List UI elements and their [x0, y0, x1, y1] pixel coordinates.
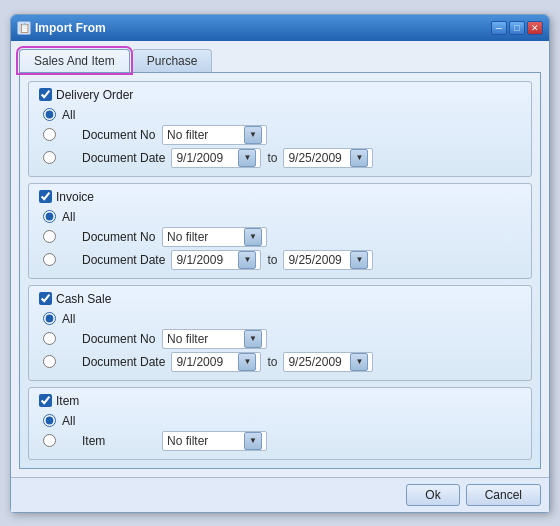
tab-sales-and-item[interactable]: Sales And Item — [19, 49, 130, 72]
cash-sale-rows: All Document No No filter ▼ Document Dat… — [39, 312, 521, 372]
cash-sale-docno-label: Document No — [62, 332, 156, 346]
cash-sale-docno-arrow: ▼ — [244, 330, 262, 348]
invoice-docno-select[interactable]: No filter ▼ — [162, 227, 267, 247]
item-filter-radio[interactable] — [43, 434, 56, 447]
invoice-all-radio[interactable] — [43, 210, 56, 223]
tab-content: Delivery Order All Document No No filter… — [19, 72, 541, 469]
title-buttons: ─ □ ✕ — [491, 21, 543, 35]
invoice-date-label: Document Date — [62, 253, 165, 267]
item-filter-select[interactable]: No filter ▼ — [162, 431, 267, 451]
delivery-order-label: Delivery Order — [56, 88, 133, 102]
delivery-order-docno-row: Document No No filter ▼ — [43, 125, 521, 145]
delivery-order-date-to-arrow: ▼ — [350, 149, 368, 167]
ok-button[interactable]: Ok — [406, 484, 459, 506]
section-cash-sale-header: Cash Sale — [39, 292, 521, 306]
bottom-bar: Ok Cancel — [11, 477, 549, 512]
invoice-date-row: Document Date 9/1/2009 ▼ to 9/25/2009 ▼ — [43, 250, 521, 270]
cash-sale-date-radio[interactable] — [43, 355, 56, 368]
item-all-row: All — [43, 414, 521, 428]
delivery-order-all-radio[interactable] — [43, 108, 56, 121]
invoice-docno-label: Document No — [62, 230, 156, 244]
invoice-date-to-label: to — [267, 253, 277, 267]
section-cash-sale: Cash Sale All Document No No filter ▼ — [28, 285, 532, 381]
tabs-container: Sales And Item Purchase — [19, 49, 541, 72]
invoice-date-from-select[interactable]: 9/1/2009 ▼ — [171, 250, 261, 270]
cash-sale-all-row: All — [43, 312, 521, 326]
cash-sale-all-radio[interactable] — [43, 312, 56, 325]
item-filter-label: Item — [62, 434, 156, 448]
invoice-all-row: All — [43, 210, 521, 224]
cash-sale-checkbox[interactable] — [39, 292, 52, 305]
delivery-order-date-to-select[interactable]: 9/25/2009 ▼ — [283, 148, 373, 168]
invoice-date-to-select[interactable]: 9/25/2009 ▼ — [283, 250, 373, 270]
invoice-rows: All Document No No filter ▼ Document Dat… — [39, 210, 521, 270]
delivery-order-all-row: All — [43, 108, 521, 122]
section-invoice: Invoice All Document No No filter ▼ — [28, 183, 532, 279]
cash-sale-docno-select[interactable]: No filter ▼ — [162, 329, 267, 349]
delivery-order-docno-select[interactable]: No filter ▼ — [162, 125, 267, 145]
section-item: Item All Item No filter ▼ — [28, 387, 532, 460]
item-label: Item — [56, 394, 79, 408]
cash-sale-date-to-arrow: ▼ — [350, 353, 368, 371]
close-button[interactable]: ✕ — [527, 21, 543, 35]
delivery-order-all-label: All — [62, 108, 142, 122]
invoice-all-label: All — [62, 210, 142, 224]
cash-sale-all-label: All — [62, 312, 142, 326]
cash-sale-date-to-label: to — [267, 355, 277, 369]
invoice-docno-arrow: ▼ — [244, 228, 262, 246]
delivery-order-date-to-label: to — [267, 151, 277, 165]
section-item-header: Item — [39, 394, 521, 408]
cash-sale-date-label: Document Date — [62, 355, 165, 369]
cash-sale-docno-radio[interactable] — [43, 332, 56, 345]
delivery-order-docno-arrow: ▼ — [244, 126, 262, 144]
delivery-order-docno-label: Document No — [62, 128, 156, 142]
section-invoice-header: Invoice — [39, 190, 521, 204]
invoice-docno-row: Document No No filter ▼ — [43, 227, 521, 247]
invoice-date-radio[interactable] — [43, 253, 56, 266]
title-bar-left: 📋 Import From — [17, 21, 106, 35]
item-all-radio[interactable] — [43, 414, 56, 427]
delivery-order-date-from-arrow: ▼ — [238, 149, 256, 167]
tab-purchase[interactable]: Purchase — [132, 49, 213, 72]
title-bar: 📋 Import From ─ □ ✕ — [11, 15, 549, 41]
minimize-button[interactable]: ─ — [491, 21, 507, 35]
item-checkbox[interactable] — [39, 394, 52, 407]
delivery-order-date-label: Document Date — [62, 151, 165, 165]
delivery-order-date-row: Document Date 9/1/2009 ▼ to 9/25/2009 ▼ — [43, 148, 521, 168]
delivery-order-date-radio[interactable] — [43, 151, 56, 164]
invoice-date-to-arrow: ▼ — [350, 251, 368, 269]
window-icon: 📋 — [17, 21, 31, 35]
import-from-window: 📋 Import From ─ □ ✕ Sales And Item Purch… — [10, 14, 550, 513]
invoice-date-from-arrow: ▼ — [238, 251, 256, 269]
invoice-label: Invoice — [56, 190, 94, 204]
delivery-order-date-from-select[interactable]: 9/1/2009 ▼ — [171, 148, 261, 168]
item-filter-arrow: ▼ — [244, 432, 262, 450]
item-filter-row: Item No filter ▼ — [43, 431, 521, 451]
cash-sale-date-from-select[interactable]: 9/1/2009 ▼ — [171, 352, 261, 372]
cancel-button[interactable]: Cancel — [466, 484, 541, 506]
cash-sale-date-row: Document Date 9/1/2009 ▼ to 9/25/2009 ▼ — [43, 352, 521, 372]
cash-sale-date-to-select[interactable]: 9/25/2009 ▼ — [283, 352, 373, 372]
section-delivery-order-header: Delivery Order — [39, 88, 521, 102]
section-delivery-order: Delivery Order All Document No No filter… — [28, 81, 532, 177]
cash-sale-label: Cash Sale — [56, 292, 111, 306]
item-all-label: All — [62, 414, 142, 428]
window-title: Import From — [35, 21, 106, 35]
cash-sale-date-from-arrow: ▼ — [238, 353, 256, 371]
delivery-order-rows: All Document No No filter ▼ Document Dat… — [39, 108, 521, 168]
cash-sale-docno-row: Document No No filter ▼ — [43, 329, 521, 349]
invoice-docno-radio[interactable] — [43, 230, 56, 243]
maximize-button[interactable]: □ — [509, 21, 525, 35]
invoice-checkbox[interactable] — [39, 190, 52, 203]
delivery-order-checkbox[interactable] — [39, 88, 52, 101]
delivery-order-docno-radio[interactable] — [43, 128, 56, 141]
window-body: Sales And Item Purchase Delivery Order A… — [11, 41, 549, 477]
item-rows: All Item No filter ▼ — [39, 414, 521, 451]
